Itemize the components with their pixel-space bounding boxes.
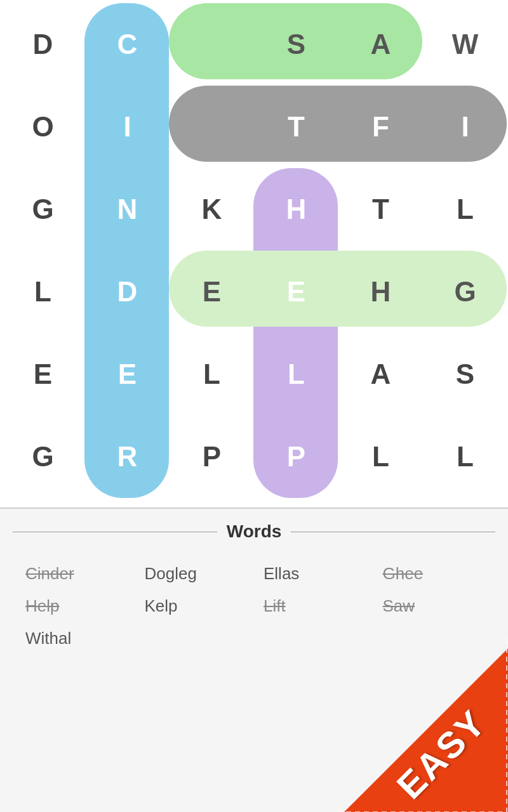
word-search-grid: D C S A W O I T F I G N K H T L L D E E … (0, 0, 508, 508)
cell-0-0[interactable]: D (1, 3, 85, 86)
cell-4-2[interactable]: L (170, 333, 254, 416)
cell-5-3[interactable]: P (254, 416, 338, 498)
cell-3-1[interactable]: D (85, 251, 170, 333)
cell-0-2[interactable] (170, 3, 254, 86)
easy-badge: EASY (330, 636, 508, 812)
cell-4-4[interactable]: A (338, 333, 423, 416)
easy-dashed-border (330, 636, 508, 812)
words-section: Words Cinder Dogleg Ellas Ghee Help Kelp… (0, 509, 508, 812)
word-help[interactable]: Help (19, 593, 132, 619)
cell-1-3[interactable]: T (254, 86, 338, 168)
cell-2-1[interactable]: N (85, 168, 170, 251)
cell-3-4[interactable]: H (338, 251, 423, 333)
title-line-right (291, 532, 495, 532)
cell-1-0[interactable]: O (1, 86, 85, 168)
word-cinder[interactable]: Cinder (19, 561, 132, 587)
word-saw[interactable]: Saw (377, 593, 490, 619)
cell-5-2[interactable]: P (170, 416, 254, 498)
cell-3-0[interactable]: L (1, 251, 85, 333)
cell-2-5[interactable]: L (423, 168, 507, 251)
words-title-row: Words (13, 521, 495, 542)
cell-0-1[interactable]: C (85, 3, 170, 86)
title-line-left (13, 532, 217, 532)
cell-1-4[interactable]: F (338, 86, 423, 168)
cell-1-1[interactable]: I (85, 86, 170, 168)
cell-2-4[interactable]: T (338, 168, 423, 251)
cell-3-2[interactable]: E (170, 251, 254, 333)
words-grid: Cinder Dogleg Ellas Ghee Help Kelp Lift … (13, 554, 495, 658)
cell-2-2[interactable]: K (170, 168, 254, 251)
easy-banner-bg (330, 636, 508, 812)
cell-3-3[interactable]: E (254, 251, 338, 333)
cell-5-1[interactable]: R (85, 416, 170, 498)
word-kelp[interactable]: Kelp (138, 593, 251, 619)
easy-label: EASY (388, 701, 495, 808)
word-ghee[interactable]: Ghee (377, 561, 490, 587)
word-ellas[interactable]: Ellas (257, 561, 370, 587)
cell-4-3[interactable]: L (254, 333, 338, 416)
words-title: Words (217, 521, 291, 542)
cell-4-0[interactable]: E (1, 333, 85, 416)
word-lift[interactable]: Lift (257, 593, 370, 619)
cell-5-4[interactable]: L (338, 416, 423, 498)
cell-2-0[interactable]: G (1, 168, 85, 251)
cell-3-5[interactable]: G (423, 251, 507, 333)
cell-1-2[interactable] (170, 86, 254, 168)
cell-1-5[interactable]: I (423, 86, 507, 168)
cell-2-3[interactable]: H (254, 168, 338, 251)
cell-4-1[interactable]: E (85, 333, 170, 416)
cell-0-5[interactable]: W (423, 3, 507, 86)
cell-5-5[interactable]: L (423, 416, 507, 498)
word-dogleg[interactable]: Dogleg (138, 561, 251, 587)
word-withal[interactable]: Withal (19, 625, 132, 652)
cell-4-5[interactable]: S (423, 333, 507, 416)
cell-5-0[interactable]: G (1, 416, 85, 498)
cell-0-4[interactable]: A (338, 3, 423, 86)
cell-0-3[interactable]: S (254, 3, 338, 86)
